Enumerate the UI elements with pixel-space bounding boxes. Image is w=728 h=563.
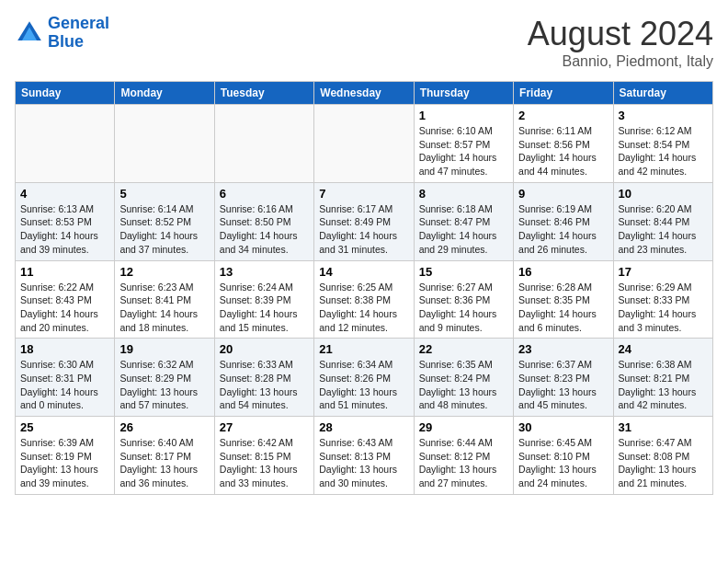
calendar-cell: 25Sunrise: 6:39 AMSunset: 8:19 PMDayligh… (16, 417, 115, 495)
day-info: Sunrise: 6:11 AMSunset: 8:56 PMDaylight:… (518, 124, 608, 178)
day-info: Sunrise: 6:20 AMSunset: 8:44 PMDaylight:… (619, 202, 708, 257)
calendar-cell: 13Sunrise: 6:24 AMSunset: 8:39 PMDayligh… (214, 260, 313, 339)
calendar-cell: 12Sunrise: 6:23 AMSunset: 8:41 PMDayligh… (115, 260, 214, 339)
logo-line1: General (48, 14, 109, 32)
calendar-cell: 3Sunrise: 6:12 AMSunset: 8:54 PMDaylight… (613, 105, 712, 183)
calendar-cell: 26Sunrise: 6:40 AMSunset: 8:17 PMDayligh… (115, 417, 214, 495)
day-number: 11 (20, 265, 109, 279)
day-number: 9 (518, 187, 608, 201)
day-number: 30 (518, 420, 608, 434)
day-number: 31 (619, 420, 708, 434)
day-info: Sunrise: 6:44 AMSunset: 8:12 PMDaylight:… (419, 436, 508, 490)
calendar-week-1: 1Sunrise: 6:10 AMSunset: 8:57 PMDaylight… (16, 105, 713, 183)
day-info: Sunrise: 6:40 AMSunset: 8:17 PMDaylight:… (119, 436, 209, 490)
day-number: 6 (220, 187, 309, 201)
calendar-cell: 6Sunrise: 6:16 AMSunset: 8:50 PMDaylight… (214, 182, 313, 260)
day-number: 4 (20, 187, 109, 201)
logo-line2: Blue (48, 32, 84, 51)
day-header-friday: Friday (514, 82, 613, 105)
day-info: Sunrise: 6:23 AMSunset: 8:41 PMDaylight:… (119, 281, 209, 335)
logo-icon (15, 18, 44, 48)
day-number: 5 (119, 187, 209, 201)
day-info: Sunrise: 6:33 AMSunset: 8:28 PMDaylight:… (220, 358, 309, 412)
calendar-cell: 14Sunrise: 6:25 AMSunset: 8:38 PMDayligh… (314, 260, 414, 339)
day-header-tuesday: Tuesday (214, 82, 313, 105)
day-info: Sunrise: 6:38 AMSunset: 8:21 PMDaylight:… (619, 358, 708, 412)
calendar-cell: 15Sunrise: 6:27 AMSunset: 8:36 PMDayligh… (414, 260, 513, 339)
calendar-cell: 10Sunrise: 6:20 AMSunset: 8:44 PMDayligh… (613, 182, 712, 260)
calendar-cell (314, 105, 414, 183)
day-info: Sunrise: 6:39 AMSunset: 8:19 PMDaylight:… (20, 436, 109, 490)
day-info: Sunrise: 6:13 AMSunset: 8:53 PMDaylight:… (20, 202, 109, 257)
day-info: Sunrise: 6:16 AMSunset: 8:50 PMDaylight:… (220, 202, 309, 257)
day-info: Sunrise: 6:24 AMSunset: 8:39 PMDaylight:… (220, 281, 309, 335)
day-header-thursday: Thursday (414, 82, 513, 105)
day-info: Sunrise: 6:27 AMSunset: 8:36 PMDaylight:… (419, 281, 508, 335)
calendar-cell: 19Sunrise: 6:32 AMSunset: 8:29 PMDayligh… (115, 339, 214, 417)
day-info: Sunrise: 6:45 AMSunset: 8:10 PMDaylight:… (518, 436, 608, 490)
day-number: 13 (220, 265, 309, 279)
day-info: Sunrise: 6:25 AMSunset: 8:38 PMDaylight:… (319, 281, 408, 335)
day-number: 26 (119, 420, 209, 434)
day-number: 24 (619, 342, 708, 356)
day-info: Sunrise: 6:30 AMSunset: 8:31 PMDaylight:… (20, 358, 109, 412)
calendar-cell (214, 105, 313, 183)
day-number: 29 (419, 420, 508, 434)
day-info: Sunrise: 6:14 AMSunset: 8:52 PMDaylight:… (119, 202, 209, 257)
calendar-cell: 24Sunrise: 6:38 AMSunset: 8:21 PMDayligh… (613, 339, 712, 417)
calendar-cell (115, 105, 214, 183)
day-number: 17 (619, 265, 708, 279)
calendar-cell: 31Sunrise: 6:47 AMSunset: 8:08 PMDayligh… (613, 417, 712, 495)
subtitle: Bannio, Piedmont, Italy (528, 53, 713, 70)
day-info: Sunrise: 6:29 AMSunset: 8:33 PMDaylight:… (619, 281, 708, 335)
calendar-week-4: 18Sunrise: 6:30 AMSunset: 8:31 PMDayligh… (16, 339, 713, 417)
calendar-cell: 21Sunrise: 6:34 AMSunset: 8:26 PMDayligh… (314, 339, 414, 417)
day-number: 16 (518, 265, 608, 279)
calendar-cell: 29Sunrise: 6:44 AMSunset: 8:12 PMDayligh… (414, 417, 513, 495)
calendar-cell: 1Sunrise: 6:10 AMSunset: 8:57 PMDaylight… (414, 105, 513, 183)
calendar-cell: 16Sunrise: 6:28 AMSunset: 8:35 PMDayligh… (514, 260, 613, 339)
day-number: 3 (619, 109, 708, 122)
calendar-cell: 30Sunrise: 6:45 AMSunset: 8:10 PMDayligh… (514, 417, 613, 495)
day-info: Sunrise: 6:42 AMSunset: 8:15 PMDaylight:… (220, 436, 309, 490)
day-number: 10 (619, 187, 708, 201)
day-header-monday: Monday (115, 82, 214, 105)
logo-text: General Blue (48, 15, 109, 52)
calendar-cell: 7Sunrise: 6:17 AMSunset: 8:49 PMDaylight… (314, 182, 414, 260)
calendar-cell: 17Sunrise: 6:29 AMSunset: 8:33 PMDayligh… (613, 260, 712, 339)
main-title: August 2024 (528, 15, 713, 53)
day-number: 15 (419, 265, 508, 279)
day-info: Sunrise: 6:12 AMSunset: 8:54 PMDaylight:… (619, 124, 708, 178)
calendar-cell: 22Sunrise: 6:35 AMSunset: 8:24 PMDayligh… (414, 339, 513, 417)
calendar-cell: 18Sunrise: 6:30 AMSunset: 8:31 PMDayligh… (16, 339, 115, 417)
calendar-cell: 11Sunrise: 6:22 AMSunset: 8:43 PMDayligh… (16, 260, 115, 339)
day-info: Sunrise: 6:22 AMSunset: 8:43 PMDaylight:… (20, 281, 109, 335)
logo: General Blue (15, 15, 109, 52)
calendar-cell: 28Sunrise: 6:43 AMSunset: 8:13 PMDayligh… (314, 417, 414, 495)
day-info: Sunrise: 6:10 AMSunset: 8:57 PMDaylight:… (419, 124, 508, 178)
title-block: August 2024 Bannio, Piedmont, Italy (528, 15, 713, 70)
day-info: Sunrise: 6:34 AMSunset: 8:26 PMDaylight:… (319, 358, 408, 412)
day-header-wednesday: Wednesday (314, 82, 414, 105)
calendar-week-5: 25Sunrise: 6:39 AMSunset: 8:19 PMDayligh… (16, 417, 713, 495)
calendar-cell (16, 105, 115, 183)
calendar-header-row: SundayMondayTuesdayWednesdayThursdayFrid… (16, 82, 713, 105)
day-info: Sunrise: 6:18 AMSunset: 8:47 PMDaylight:… (419, 202, 508, 257)
day-info: Sunrise: 6:47 AMSunset: 8:08 PMDaylight:… (619, 436, 708, 490)
calendar-cell: 27Sunrise: 6:42 AMSunset: 8:15 PMDayligh… (214, 417, 313, 495)
day-header-saturday: Saturday (613, 82, 712, 105)
day-number: 22 (419, 342, 508, 356)
day-number: 18 (20, 342, 109, 356)
day-number: 12 (119, 265, 209, 279)
day-info: Sunrise: 6:17 AMSunset: 8:49 PMDaylight:… (319, 202, 408, 257)
day-number: 21 (319, 342, 408, 356)
day-number: 2 (518, 109, 608, 122)
day-number: 28 (319, 420, 408, 434)
day-number: 23 (518, 342, 608, 356)
day-number: 8 (419, 187, 508, 201)
calendar-cell: 23Sunrise: 6:37 AMSunset: 8:23 PMDayligh… (514, 339, 613, 417)
day-info: Sunrise: 6:28 AMSunset: 8:35 PMDaylight:… (518, 281, 608, 335)
day-header-sunday: Sunday (16, 82, 115, 105)
calendar-week-3: 11Sunrise: 6:22 AMSunset: 8:43 PMDayligh… (16, 260, 713, 339)
calendar-cell: 9Sunrise: 6:19 AMSunset: 8:46 PMDaylight… (514, 182, 613, 260)
